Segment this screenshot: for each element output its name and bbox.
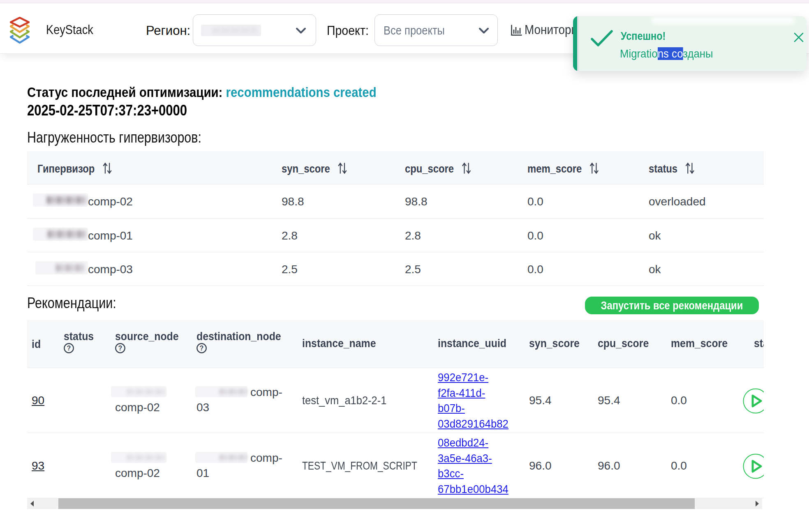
svg-text:?: ? (67, 345, 71, 352)
svg-text:?: ? (118, 345, 123, 352)
svg-text:?: ? (200, 345, 204, 352)
